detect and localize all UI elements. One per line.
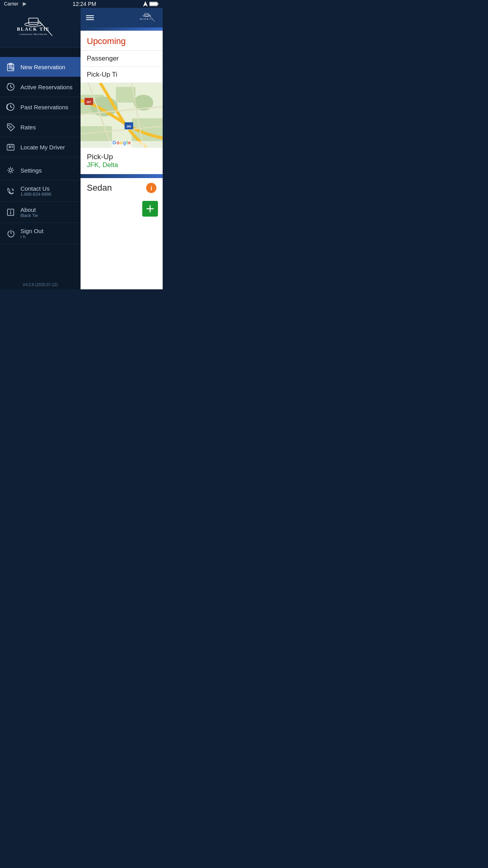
menu-item-settings[interactable]: Settings — [0, 160, 81, 180]
rates-label: Rates — [20, 124, 36, 131]
menu-item-active-reservations[interactable]: Active Reservations — [0, 77, 81, 97]
menu-item-about[interactable]: About Black Tie — [0, 202, 81, 223]
location-icon — [143, 1, 148, 7]
menu-item-past-reservations[interactable]: Past Reservations — [0, 97, 81, 117]
svg-point-0 — [22, 5, 23, 6]
svg-text:280: 280 — [127, 125, 131, 128]
svg-marker-1 — [143, 1, 148, 7]
pickup-location-value: JFK, Delta — [87, 161, 156, 169]
tag-icon — [6, 122, 16, 132]
passenger-row[interactable]: Passenger — [81, 51, 163, 67]
clipboard-icon — [6, 62, 16, 72]
vehicle-label: Sedan — [87, 183, 112, 193]
settings-label: Settings — [20, 167, 42, 174]
clock-past-icon — [6, 102, 16, 112]
svg-point-25 — [9, 125, 10, 126]
menu-item-new-reservation[interactable]: New Reservation — [0, 57, 81, 77]
menu-item-rates[interactable]: Rates — [0, 117, 81, 137]
carrier-label: Carrier — [4, 1, 18, 7]
contact-us-label: Contact Us — [20, 185, 51, 192]
content-body: Upcoming Passenger Pick-Up Ti — [81, 31, 163, 289]
version-label: V4.0.8 (2020-07-22) — [0, 280, 81, 289]
pickup-location-section[interactable]: Pick-Up JFK, Delta — [81, 148, 163, 174]
svg-text:BLACK T...: BLACK T... — [140, 18, 153, 20]
svg-rect-4 — [150, 2, 157, 6]
menu-item-sign-out[interactable]: Sign Out r h — [0, 223, 81, 244]
sign-out-sublabel: r h — [20, 234, 43, 239]
map-container: 287 280 Google — [81, 83, 163, 148]
power-icon — [6, 228, 16, 239]
svg-line-24 — [11, 107, 12, 108]
svg-rect-3 — [158, 3, 158, 5]
wifi-icon — [20, 2, 26, 6]
sidebar: BLACK TIE Limousine Worldwide — [0, 8, 81, 289]
about-label: About — [20, 206, 38, 213]
svg-rect-6 — [29, 18, 38, 24]
upcoming-title: Upcoming — [87, 36, 126, 46]
phone-icon — [6, 186, 16, 196]
info-box-icon — [6, 207, 16, 217]
upcoming-section: Upcoming — [81, 31, 163, 51]
menu-item-contact-us[interactable]: Contact Us 1-800-624-9990 — [0, 180, 81, 202]
pickup-time-row[interactable]: Pick-Up Ti — [81, 67, 163, 83]
locate-driver-label: Locate My Driver — [20, 144, 65, 151]
info-badge[interactable]: i — [146, 183, 156, 193]
clock-active-icon — [6, 82, 16, 92]
svg-text:BLACK TIE: BLACK TIE — [17, 26, 50, 32]
svg-text:Limousine Worldwide: Limousine Worldwide — [19, 33, 47, 35]
sign-out-label: Sign Out — [20, 228, 43, 234]
logo-section: BLACK TIE Limousine Worldwide — [0, 8, 81, 48]
blue-section-bar — [81, 174, 163, 178]
menu-spacer — [0, 48, 81, 57]
time-display: 12:24 PM — [73, 1, 96, 7]
accent-bar — [81, 28, 163, 31]
google-logo: Google — [112, 140, 130, 145]
status-bar: Carrier 12:24 PM — [0, 0, 163, 8]
pickup-location-title: Pick-Up — [87, 153, 156, 161]
map-driver-icon — [6, 142, 16, 152]
svg-point-34 — [9, 169, 12, 172]
new-reservation-label: New Reservation — [20, 64, 65, 70]
menu-items: New Reservation Active Reservations — [0, 57, 81, 280]
contact-us-phone: 1-800-624-9990 — [20, 192, 51, 197]
svg-text:287: 287 — [86, 101, 91, 103]
hamburger-button[interactable] — [86, 15, 94, 20]
svg-point-39 — [143, 15, 150, 17]
battery-icon — [149, 2, 159, 6]
content-panel: BLACK T... Upcoming Passenger Pick-Up Ti — [81, 8, 163, 289]
brand-logo: BLACK TIE Limousine Worldwide — [13, 14, 68, 42]
svg-point-29 — [9, 146, 11, 147]
content-brand-logo: BLACK T... — [138, 11, 157, 25]
action-button[interactable] — [142, 201, 158, 217]
about-sublabel: Black Tie — [20, 213, 38, 218]
vehicle-section: Sedan i — [81, 178, 163, 198]
map-svg: 287 280 — [81, 83, 163, 148]
menu-item-locate-driver[interactable]: Locate My Driver — [0, 137, 81, 157]
svg-line-20 — [11, 87, 12, 88]
pickup-time-label: Pick-Up Ti — [87, 71, 117, 78]
passenger-label: Passenger — [87, 55, 119, 62]
gear-icon — [6, 165, 16, 175]
content-header: BLACK T... — [81, 8, 163, 28]
active-reservations-label: Active Reservations — [20, 84, 73, 90]
past-reservations-label: Past Reservations — [20, 104, 68, 110]
